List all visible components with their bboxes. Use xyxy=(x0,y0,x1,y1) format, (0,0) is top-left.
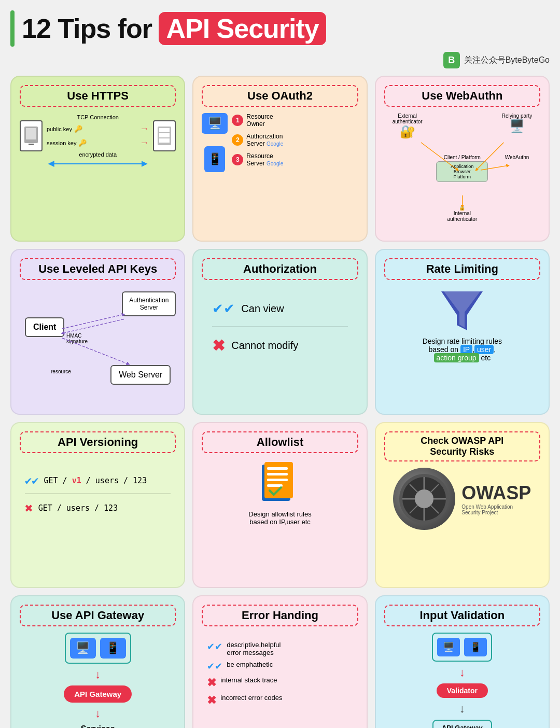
errorhandling-items: ✔✔ descriptive,helpfulerror messages ✔✔ … xyxy=(202,633,358,716)
gateway-devices: 🖥️ 📱 xyxy=(65,633,131,664)
rate-funnel: Design rate limiting rulesbased on IP,us… xyxy=(384,286,540,362)
svg-line-10 xyxy=(481,165,508,170)
title-prefix: 12 Tips for xyxy=(22,13,159,44)
card-webauthn-title: Use WebAuthn xyxy=(384,85,540,107)
svg-rect-22 xyxy=(267,484,283,487)
oauth-label-3: ResourceServer Google xyxy=(246,152,283,167)
owasp-text: OWASP Open Web ApplicationSecurity Proje… xyxy=(461,482,531,515)
svg-rect-1 xyxy=(26,128,36,139)
inputval-arrow-2: ↓ xyxy=(459,702,465,716)
clipboard-icon xyxy=(259,459,301,506)
error-check-2: ✔✔ xyxy=(207,661,222,672)
gateway-phone: 📱 xyxy=(100,638,126,659)
card-allowlist: Allowlist Design allowlist rulesbased on… xyxy=(192,422,367,588)
auth-can-view: ✔✔ Can view xyxy=(212,301,347,317)
svg-rect-5 xyxy=(159,133,170,137)
x-icon-1: ✖ xyxy=(212,337,225,355)
auth-cannot-modify-label: Cannot modify xyxy=(231,340,298,352)
svg-rect-6 xyxy=(159,138,170,143)
svg-rect-21 xyxy=(267,479,288,481)
allowlist-center: Design allowlist rulesbased on IP,user e… xyxy=(202,459,358,526)
versioning-items: ✔✔ GET / v1 / users / 123 ✖ GET / users … xyxy=(20,459,176,530)
pubkey-label: public key xyxy=(47,126,72,132)
card-owasp: Check OWASP APISecurity Risks xyxy=(375,422,550,588)
card-authorization-title: Authorization xyxy=(202,258,358,280)
card-errorhandling: Error Handing ✔✔ descriptive,helpfulerro… xyxy=(192,595,367,728)
inputval-devices: 🖥️ 📱 xyxy=(432,633,492,662)
https-client xyxy=(20,120,43,151)
card-owasp-title: Check OWASP APISecurity Risks xyxy=(384,431,540,461)
authorization-items: ✔✔ Can view ✖ Cannot modify xyxy=(202,286,358,369)
oauth-diagram: 🖥️ 📱 1 ResourceOwner 2 AuthorizationServ… xyxy=(202,113,358,172)
owasp-name: OWASP xyxy=(461,482,531,504)
gateway-services: Services xyxy=(81,724,115,728)
svg-marker-16 xyxy=(444,291,480,328)
title-highlight: API Security xyxy=(159,12,326,45)
card-gateway: Use API Gateway 🖥️ 📱 ↓ API Gateway ↓ Ser… xyxy=(10,595,185,728)
branding-logo: B xyxy=(443,52,460,68)
card-errorhandling-title: Error Handing xyxy=(202,605,358,626)
auth-cannot-modify: ✖ Cannot modify xyxy=(212,337,347,355)
oauth-left: 🖥️ 📱 xyxy=(202,113,228,172)
owasp-subtitle: Open Web ApplicationSecurity Project xyxy=(461,504,531,515)
branding: B 关注公众号ByteByteGo xyxy=(10,52,550,68)
version-bad-label: GET / users / 123 xyxy=(38,503,118,513)
owasp-center: OWASP Open Web ApplicationSecurity Proje… xyxy=(384,468,540,530)
card-versioning: API Versioning ✔✔ GET / v1 / users / 123… xyxy=(10,422,185,588)
header-bar xyxy=(10,10,15,47)
https-encdata-row: encrypted data xyxy=(47,151,149,158)
error-label-2: be emphathetic xyxy=(227,661,273,668)
card-https-title: Use HTTPS xyxy=(20,85,176,107)
card-ratelimiting: Rate Limiting Design rate limiting rules… xyxy=(375,249,550,415)
version-good-label: GET / v1 / users / 123 xyxy=(44,476,147,485)
oauth-monitor: 🖥️ xyxy=(202,113,228,134)
error-x-2: ✖ xyxy=(207,694,216,707)
oauth-label-1: ResourceOwner xyxy=(246,113,273,128)
oauth-item-3: 3 ResourceServer Google xyxy=(232,152,358,167)
inputval-arrow: ↓ xyxy=(459,666,465,679)
inputval-diagram: 🖥️ 📱 ↓ Validator ↓ API Gateway xyxy=(384,633,540,728)
version-check-icon: ✔✔ xyxy=(25,474,39,487)
owasp-logo-row: OWASP Open Web ApplicationSecurity Proje… xyxy=(393,468,531,530)
card-ratelimiting-title: Rate Limiting xyxy=(384,258,540,280)
rate-action: action group xyxy=(434,353,479,362)
oauth-num-3: 3 xyxy=(232,154,243,165)
auth-can-view-label: Can view xyxy=(241,303,284,315)
oauth-label-2: AuthorizationServer Google xyxy=(246,133,283,147)
https-tcp-row: TCP Connection xyxy=(47,114,149,120)
branding-text: 关注公众号ByteByteGo xyxy=(464,55,550,66)
svg-rect-20 xyxy=(267,473,288,475)
cards-grid: Use HTTPS TCP Connection public key xyxy=(10,76,550,728)
gateway-diagram: 🖥️ 📱 ↓ API Gateway ↓ Services xyxy=(20,633,176,728)
card-apikeys: Use Leveled API Keys Client Authenticati… xyxy=(10,249,185,415)
inputval-validator: Validator xyxy=(437,683,488,698)
apikeys-diagram: Client AuthenticationServer Web Server H… xyxy=(20,286,176,390)
https-diagram: TCP Connection public key 🔑 → session ke… xyxy=(20,113,176,166)
check-icon-1: ✔✔ xyxy=(212,301,235,317)
header: 12 Tips for API Security xyxy=(10,10,550,47)
https-arrows xyxy=(20,161,176,166)
card-versioning-title: API Versioning xyxy=(20,431,176,453)
https-sessionkey-row: session key 🔑 → xyxy=(47,137,149,148)
oauth-right: 1 ResourceOwner 2 AuthorizationServer Go… xyxy=(232,113,358,167)
oauth-num-2: 2 xyxy=(232,134,243,146)
svg-rect-19 xyxy=(267,467,288,470)
error-label-1: descriptive,helpfulerror messages xyxy=(227,641,281,656)
card-webauthn: Use WebAuthn Externalauthenticator🔐 Rely… xyxy=(375,76,550,242)
version-good: ✔✔ GET / v1 / users / 123 xyxy=(25,474,171,487)
card-authorization: Authorization ✔✔ Can view ✖ Cannot modif… xyxy=(192,249,367,415)
card-gateway-title: Use API Gateway xyxy=(20,605,176,626)
https-server xyxy=(153,120,176,151)
card-https: Use HTTPS TCP Connection public key xyxy=(10,76,185,242)
funnel-icon xyxy=(439,286,485,333)
error-item-3: ✖ internal stack trace xyxy=(207,676,353,690)
card-allowlist-title: Allowlist xyxy=(202,431,358,453)
version-x-icon: ✖ xyxy=(25,500,33,516)
svg-rect-4 xyxy=(159,128,170,132)
rate-description: Design rate limiting rulesbased on IP,us… xyxy=(423,337,502,362)
error-check-1: ✔✔ xyxy=(207,641,222,652)
oauth-num-1: 1 xyxy=(232,115,243,126)
svg-line-8 xyxy=(421,143,458,170)
card-apikeys-title: Use Leveled API Keys xyxy=(20,258,176,280)
error-x-1: ✖ xyxy=(207,676,216,690)
